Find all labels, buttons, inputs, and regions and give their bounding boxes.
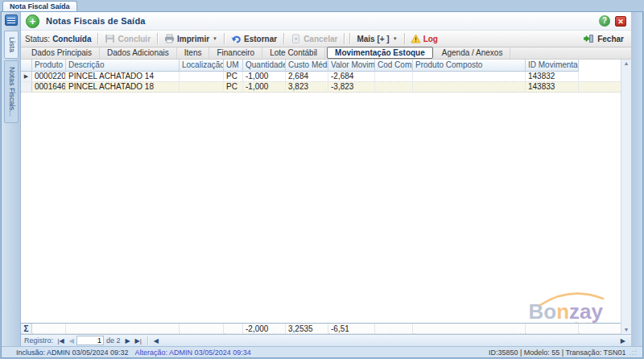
prev-record-button[interactable]: ◀ — [67, 337, 76, 345]
row-indicator-header — [21, 60, 32, 72]
next-record-button[interactable]: ▶ — [122, 337, 132, 345]
col-produto[interactable]: Produto — [32, 60, 66, 72]
status-value: Concluída — [52, 35, 91, 43]
cell-produto-composto — [413, 72, 526, 81]
summary-quantidade: -2,000 — [243, 324, 286, 334]
grid-empty-area: Bonzay Tecnologia — [21, 93, 621, 323]
swoosh-icon — [534, 292, 606, 307]
toolbar-separator — [349, 33, 350, 44]
window-right-border — [631, 12, 642, 346]
summary-valor-movimentado: -6,51 — [328, 324, 375, 334]
scroll-down-icon[interactable]: ▼ — [624, 326, 630, 334]
list-icon[interactable] — [5, 14, 18, 26]
mais-button[interactable]: Mais [+ ] ▼ — [353, 31, 401, 46]
undo-icon — [231, 34, 242, 43]
warning-icon — [411, 34, 421, 43]
printer-icon — [164, 34, 175, 43]
cancel-doc-icon — [291, 34, 301, 43]
scroll-up-icon[interactable]: ▲ — [624, 60, 630, 68]
toolbar-separator — [97, 33, 98, 44]
row-indicator — [21, 82, 32, 92]
document-tab[interactable]: Nota Fiscal Saída — [2, 1, 77, 11]
stock-movement-grid: Produto Descrição Localização UM Quantid… — [21, 60, 621, 334]
cell-um: PC — [224, 72, 243, 81]
toolbar: Status: Concluída Concluir Imprimir ▼ Es… — [21, 31, 631, 47]
alteracao-text: Alteração: ADMIN 03/05/2024 09:34 — [135, 349, 251, 357]
save-icon — [105, 34, 115, 43]
table-row[interactable]: ▶ 0000220 PINCEL ACHATADO 14 PC -1,000 2… — [21, 72, 621, 82]
imprimir-button[interactable]: Imprimir ▼ — [160, 31, 221, 46]
toolbar-separator — [344, 33, 345, 44]
grid-header-row: Produto Descrição Localização UM Quantid… — [21, 60, 621, 72]
tab-dados-adicionais[interactable]: Dados Adicionais — [100, 47, 177, 59]
estornar-button[interactable]: Estornar — [227, 31, 281, 46]
tab-lote-contabil[interactable]: Lote Contábil — [262, 47, 325, 59]
registro-label: Registro: — [24, 336, 53, 345]
log-button[interactable]: Log — [407, 34, 441, 43]
left-sidebar: Lista Notas Fiscais... — [2, 12, 20, 346]
row-indicator: ▶ — [21, 72, 32, 81]
toolbar-separator — [224, 33, 225, 44]
record-count-label: de 2 — [106, 336, 121, 345]
col-quantidade[interactable]: Quantidade — [243, 60, 286, 72]
toolbar-separator — [157, 33, 158, 44]
exit-icon — [584, 34, 594, 43]
navigator-separator — [147, 336, 148, 345]
watermark-text: Bonzay — [529, 302, 603, 321]
status-label: Status: — [25, 35, 50, 43]
first-record-button[interactable]: |◀ — [56, 337, 67, 345]
col-descricao[interactable]: Descrição — [66, 60, 180, 72]
concluir-button[interactable]: Concluir — [101, 31, 155, 46]
help-icon[interactable]: ? — [599, 15, 610, 27]
col-um[interactable]: UM — [224, 60, 243, 72]
cell-id-movimentacao: 143832 — [526, 72, 579, 81]
fechar-button[interactable]: Fechar — [580, 34, 627, 43]
panel-header: + Notas Fiscais de Saída ? ✕ — [21, 12, 631, 31]
cell-valor-movimentado: -2,684 — [328, 72, 375, 81]
cancelar-button[interactable]: Cancelar — [287, 31, 341, 46]
col-localizacao[interactable]: Localização — [180, 60, 224, 72]
close-icon[interactable]: ✕ — [615, 16, 626, 27]
toolbar-separator — [404, 33, 405, 44]
sidebar-tab-notas-fiscais[interactable]: Notas Fiscais... — [4, 60, 19, 123]
cell-produto: 0000220 — [32, 72, 66, 81]
cell-cod-comp — [375, 72, 413, 81]
sidebar-tab-lista[interactable]: Lista — [4, 31, 19, 59]
tab-agenda-anexos[interactable]: Agenda / Anexos — [435, 47, 511, 59]
cell-cod-comp — [375, 82, 413, 92]
content-panel: + Notas Fiscais de Saída ? ✕ Status: Con… — [20, 12, 631, 346]
main-window: Lista Notas Fiscais... + Notas Fiscais d… — [1, 11, 643, 358]
record-navigator: Registro: |◀ ◀ de 2 ▶ ▶| ◀ ▶ — [21, 334, 631, 346]
col-custo-medio[interactable]: Custo Médio — [286, 60, 328, 72]
tab-financeiro[interactable]: Financeiro — [209, 47, 262, 59]
col-cod-comp[interactable]: Cod Comp... — [375, 60, 413, 72]
hscroll-left-icon[interactable]: ◀ — [151, 337, 161, 345]
cell-valor-movimentado: -3,823 — [328, 82, 375, 92]
col-produto-composto[interactable]: Produto Composto — [413, 60, 526, 72]
tab-dados-principais[interactable]: Dados Principais — [24, 47, 100, 59]
col-valor-movimentado[interactable]: Valor Movimen... — [328, 60, 375, 72]
table-row[interactable]: 0001646 PINCEL ACHATADO 18 PC -1,000 3,8… — [21, 82, 621, 93]
cell-produto: 0001646 — [32, 82, 66, 92]
inclusao-text: Inclusão: ADMIN 03/05/2024 09:32 — [16, 349, 129, 357]
cell-localizacao — [180, 82, 224, 92]
tab-movimentacao-estoque[interactable]: Movimentação Estoque — [327, 47, 433, 59]
sigma-icon: Σ — [21, 324, 32, 334]
cell-quantidade: -1,000 — [243, 82, 286, 92]
last-record-button[interactable]: ▶| — [133, 337, 144, 345]
status-bar: Inclusão: ADMIN 03/05/2024 09:32 Alteraç… — [2, 346, 642, 357]
hscroll-right-icon[interactable]: ▶ — [618, 337, 628, 345]
cell-quantidade: -1,000 — [243, 72, 286, 81]
tab-itens[interactable]: Itens — [177, 47, 210, 59]
vertical-scrollbar[interactable]: ▲ ▼ — [621, 60, 631, 334]
cell-produto-composto — [413, 82, 526, 92]
record-number-input[interactable] — [76, 336, 104, 345]
add-icon[interactable]: + — [26, 14, 39, 28]
bonzay-watermark: Bonzay Tecnologia — [529, 302, 603, 323]
summary-custo-medio: 3,2535 — [286, 324, 328, 334]
dropdown-caret-icon: ▼ — [393, 36, 398, 41]
resize-grip[interactable]: .:: — [629, 349, 638, 357]
cell-um: PC — [224, 82, 243, 92]
record-id-text: ID:35850 | Modelo: 55 | Transação: TSN01 — [489, 349, 626, 357]
col-id-movimentacao[interactable]: ID Movimentação — [526, 60, 579, 72]
